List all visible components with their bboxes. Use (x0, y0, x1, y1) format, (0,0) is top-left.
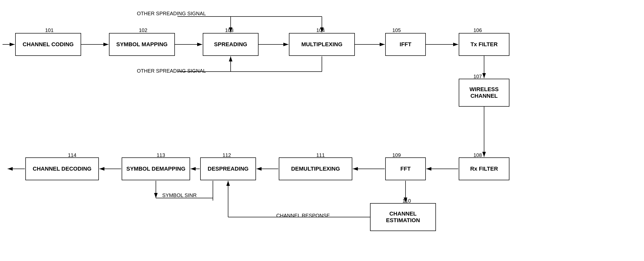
block-fft: FFT (385, 157, 426, 180)
block-tx-filter: Tx FILTER (459, 33, 509, 56)
ref-113: 113 (157, 152, 165, 158)
block-ifft: IFFT (385, 33, 426, 56)
block-channel-decoding: CHANNEL DECODING (25, 157, 99, 180)
ref-103: 103 (225, 27, 233, 33)
diagram: CHANNEL CODING SYMBOL MAPPING SPREADING … (0, 0, 644, 261)
block-symbol-mapping: SYMBOL MAPPING (109, 33, 175, 56)
block-wireless-channel: WIRELESS CHANNEL (459, 79, 509, 107)
block-despreading: DESPREADING (200, 157, 256, 180)
ref-101: 101 (45, 27, 53, 33)
ref-102: 102 (139, 27, 147, 33)
ref-107: 107 (473, 74, 482, 79)
block-symbol-demapping: SYMBOL DEMAPPING (122, 157, 190, 180)
ref-106: 106 (473, 27, 482, 33)
block-spreading: SPREADING (203, 33, 259, 56)
ref-104: 104 (316, 27, 325, 33)
block-multiplexing: MULTIPLEXING (289, 33, 355, 56)
label-symbol-sinr: SYMBOL SINR (162, 192, 197, 198)
ref-108: 108 (473, 152, 482, 158)
label-channel-response: CHANNEL RESPONSE (276, 213, 330, 219)
ref-109: 109 (392, 152, 401, 158)
label-other-spreading-bottom: OTHER SPREADING SIGNAL (137, 68, 206, 74)
ref-112: 112 (223, 152, 231, 158)
ref-114: 114 (68, 152, 76, 158)
ref-105: 105 (392, 27, 401, 33)
block-channel-coding: CHANNEL CODING (15, 33, 81, 56)
ref-111: 111 (316, 152, 325, 158)
block-demultiplexing: DEMULTIPLEXING (279, 157, 352, 180)
label-other-spreading-top: OTHER SPREADING SIGNAL (137, 11, 206, 17)
ref-110: 110 (402, 198, 411, 204)
block-channel-estimation: CHANNEL ESTIMATION (370, 203, 436, 231)
block-rx-filter: Rx FILTER (459, 157, 509, 180)
